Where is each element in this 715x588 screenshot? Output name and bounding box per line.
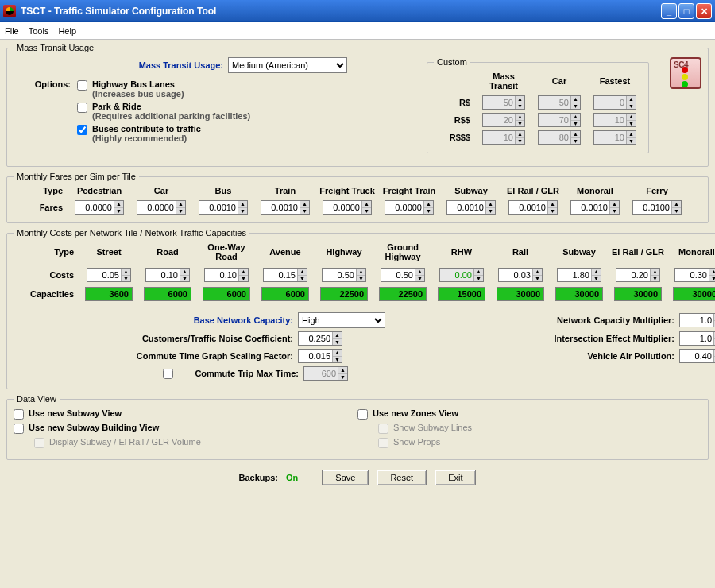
fare-col-hdr: Freight Truck <box>319 186 375 197</box>
cost-spin-0[interactable]: ▲▼ <box>87 268 131 282</box>
backups-label: Backups: <box>239 473 279 482</box>
legend-mtu: Mass Transit Usage <box>14 43 97 52</box>
cost-col-hdr: One-Way Road <box>199 242 253 263</box>
cost-col-hdr: Monorail <box>678 247 715 258</box>
fare-spin-1[interactable]: ▲▼ <box>137 200 186 215</box>
ncm-spin[interactable]: ▲▼ <box>679 313 715 327</box>
opt2-checkbox[interactable] <box>77 103 87 113</box>
fare-spin-3[interactable]: ▲▼ <box>261 200 310 215</box>
cost-col-hdr: Subway <box>562 247 596 258</box>
r3-car-spin[interactable]: ▲▼ <box>538 130 581 145</box>
fare-spin-9[interactable]: ▲▼ <box>632 200 682 215</box>
cap-cell-8: 30000 <box>555 287 603 301</box>
fare-spin-7[interactable]: ▲▼ <box>508 200 558 215</box>
exit-button[interactable]: Exit <box>435 470 476 485</box>
cost-col-hdr: Rail <box>512 247 528 258</box>
group-costs: Monthly Costs per Network Tile / Network… <box>6 228 715 389</box>
ck-show-subway-lines <box>378 424 388 434</box>
cost-col-hdr: Road <box>157 247 179 258</box>
cost-spin-8[interactable]: ▲▼ <box>557 268 601 282</box>
r2-car-spin[interactable]: ▲▼ <box>538 113 581 127</box>
maximize-button[interactable]: □ <box>678 3 694 19</box>
cost-spin-6[interactable]: ▲▼ <box>439 268 484 282</box>
ck-display-volume <box>34 438 44 448</box>
fare-spin-6[interactable]: ▲▼ <box>446 200 496 215</box>
base-network-capacity-select[interactable]: High <box>298 312 385 328</box>
options-label: Options: <box>14 79 77 89</box>
group-custom: Custom Mass TransitCarFastest R$ ▲▼ ▲▼ ▲… <box>427 57 649 153</box>
cost-col-hdr: Highway <box>326 247 361 258</box>
mtu-select[interactable]: Medium (American) <box>228 57 347 73</box>
group-dataview: Data View Use new Subway View Use new Su… <box>6 394 709 460</box>
cost-spin-10[interactable]: ▲▼ <box>674 268 715 282</box>
cost-spin-7[interactable]: ▲▼ <box>498 268 543 282</box>
fare-col-hdr: Subway <box>454 186 488 197</box>
ck-show-props <box>378 438 388 448</box>
cost-col-hdr: El Rail / GLR <box>612 247 664 258</box>
cost-spin-5[interactable]: ▲▼ <box>381 268 425 282</box>
cap-cell-3: 6000 <box>261 287 309 301</box>
app-icon <box>3 5 16 17</box>
cap-cell-4: 22500 <box>320 287 368 301</box>
ck-zones-view[interactable] <box>358 409 368 420</box>
fare-spin-4[interactable]: ▲▼ <box>323 200 372 215</box>
iem-spin[interactable]: ▲▼ <box>679 331 715 346</box>
opt3-checkbox[interactable] <box>77 125 87 135</box>
cost-spin-1[interactable]: ▲▼ <box>145 268 190 282</box>
r2-mt-spin[interactable]: ▲▼ <box>482 113 525 127</box>
cap-cell-7: 30000 <box>497 287 544 301</box>
vap-spin[interactable]: ▲▼ <box>679 349 715 363</box>
fare-spin-0[interactable]: ▲▼ <box>75 200 124 215</box>
ctsf-spin[interactable]: ▲▼ <box>298 349 342 363</box>
cost-spin-4[interactable]: ▲▼ <box>322 268 366 282</box>
backups-state: On <box>286 473 298 482</box>
fare-col-hdr: Freight Train <box>383 186 436 197</box>
cap-cell-2: 6000 <box>203 287 250 301</box>
fare-col-hdr: Car <box>154 186 168 197</box>
ck-subway-view[interactable] <box>14 409 24 420</box>
minimize-button[interactable]: _ <box>661 3 677 19</box>
fare-spin-5[interactable]: ▲▼ <box>385 200 434 215</box>
r1-mt-spin[interactable]: ▲▼ <box>482 95 525 110</box>
r3-fast-spin[interactable]: ▲▼ <box>593 130 636 145</box>
fare-col-hdr: El Rail / GLR <box>507 186 559 197</box>
ctnc-spin[interactable]: ▲▼ <box>298 331 342 346</box>
ck-subway-building-view[interactable] <box>14 424 24 434</box>
r2-fast-spin[interactable]: ▲▼ <box>593 113 636 127</box>
opt1-checkbox[interactable] <box>77 80 87 91</box>
group-fares: Monthly Fares per Sim per Tile TypePedes… <box>6 172 709 223</box>
menu-file[interactable]: File <box>5 26 19 36</box>
ctmt-spin[interactable]: ▲▼ <box>303 366 348 381</box>
opt-park-ride: Park & Ride(Requires additional parking … <box>77 102 406 121</box>
fare-col-hdr: Train <box>275 186 296 197</box>
fare-col-hdr: Bus <box>215 186 232 197</box>
opt-highway-bus-lanes: Highway Bus Lanes(Increases bus usage) <box>77 79 406 99</box>
group-mass-transit-usage: Mass Transit Usage Mass Transit Usage: M… <box>6 43 709 167</box>
close-button[interactable]: ✕ <box>696 3 712 19</box>
cost-spin-2[interactable]: ▲▼ <box>204 268 249 282</box>
cost-spin-3[interactable]: ▲▼ <box>263 268 307 282</box>
fare-spin-2[interactable]: ▲▼ <box>199 200 248 215</box>
mtu-label: Mass Transit Usage: <box>14 60 228 70</box>
titlebar: TSCT - Traffic Simulator Configuration T… <box>0 0 715 22</box>
menu-tools[interactable]: Tools <box>29 26 49 36</box>
cap-cell-6: 15000 <box>438 287 485 301</box>
r1-fast-spin[interactable]: ▲▼ <box>593 95 636 110</box>
cap-cell-1: 6000 <box>144 287 191 301</box>
save-button[interactable]: Save <box>322 470 369 485</box>
r1-car-spin[interactable]: ▲▼ <box>538 95 581 110</box>
cap-cell-0: 3600 <box>85 287 133 301</box>
fare-spin-8[interactable]: ▲▼ <box>570 200 620 215</box>
menu-help[interactable]: Help <box>58 26 76 36</box>
cost-col-hdr: Avenue <box>269 247 300 258</box>
cost-spin-9[interactable]: ▲▼ <box>616 268 660 282</box>
fare-col-hdr: Monorail <box>577 186 613 197</box>
reset-button[interactable]: Reset <box>377 470 427 485</box>
fare-col-hdr: Ferry <box>646 186 668 197</box>
sc4-icon: SC4 <box>670 57 701 89</box>
cost-col-hdr: Ground Highway <box>376 242 430 263</box>
opt-buses-traffic: Buses contribute to traffic(Highly recom… <box>77 124 406 143</box>
cap-cell-9: 30000 <box>614 287 662 301</box>
r3-mt-spin[interactable]: ▲▼ <box>482 130 525 145</box>
ctmt-checkbox[interactable] <box>163 369 173 379</box>
